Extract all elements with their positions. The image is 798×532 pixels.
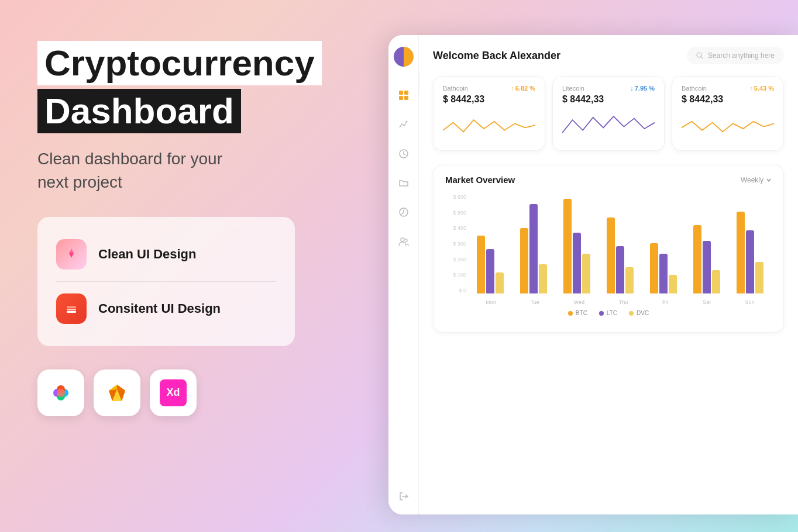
bar-group-wed (563, 199, 590, 293)
bar-ltc-thu (616, 246, 624, 293)
crypto-name-3: Bathcoin (682, 85, 707, 92)
bar-btc-thu (607, 217, 615, 293)
sidebar-icon-chart[interactable] (397, 118, 410, 131)
sidebar-icon-logout[interactable] (397, 490, 410, 503)
search-icon (696, 52, 703, 59)
sidebar-icon-history[interactable] (397, 206, 410, 219)
legend-btc: BTC (568, 310, 587, 316)
y-label-500: $ 500 (453, 210, 466, 216)
svg-point-20 (401, 238, 404, 241)
bar-dvc-fri (669, 275, 677, 293)
bar-dvc-tue (539, 264, 547, 293)
svg-rect-1 (67, 309, 76, 310)
y-label-200: $ 200 (453, 257, 466, 262)
main-content: Welcome Back Alexander Search anything h… (419, 35, 798, 514)
bar-btc-mon (477, 236, 485, 293)
crypto-change-3: ↑ 5.43 % (749, 85, 774, 92)
bar-ltc-mon (486, 249, 494, 293)
x-label-sat: Sat (703, 299, 711, 305)
left-section: Cryptocurrency Dashboard Clean dashboard… (37, 41, 342, 416)
sidebar-icon-clock[interactable] (397, 147, 410, 160)
card-header-1: Bathcoin ↑ 6.82 % (443, 85, 535, 92)
feature-clean-ui: Clean UI Design (56, 233, 276, 282)
dashboard-header: Welcome Back Alexander Search anything h… (433, 47, 784, 64)
y-label-600: $ 600 (453, 194, 466, 200)
title-block: Cryptocurrency Dashboard (37, 41, 342, 133)
sidebar-icon-folder[interactable] (397, 177, 410, 189)
tools-row: Xd (37, 369, 342, 416)
crypto-value-2: $ 8442,33 (562, 94, 655, 105)
y-axis: $ 600 $ 500 $ 400 $ 300 $ 200 $ 100 $ 0 (445, 194, 469, 293)
crypto-value-3: $ 8442,33 (682, 94, 774, 105)
svg-point-22 (697, 53, 701, 57)
sparkline-2 (562, 110, 655, 140)
sidebar-icon-users[interactable] (397, 235, 410, 248)
bar-dvc-mon (496, 272, 504, 293)
chevron-down-icon (766, 177, 772, 183)
y-label-0: $ 0 (459, 288, 466, 293)
dashboard-container: Welcome Back Alexander Search anything h… (388, 35, 798, 514)
bar-chart: $ 600 $ 500 $ 400 $ 300 $ 200 $ 100 $ 0 (445, 194, 772, 323)
legend-dot-ltc (599, 311, 604, 316)
feature-consistent-ui: Consitent UI Design (56, 288, 276, 330)
legend-dot-dvc (629, 311, 634, 316)
legend-dot-btc (568, 311, 573, 316)
bar-btc-sun (737, 212, 745, 293)
market-title: Market Overview (445, 175, 515, 185)
x-label-mon: Mon (486, 299, 496, 305)
chart-legend: BTC LTC DVC (445, 310, 772, 316)
features-card: Clean UI Design Consitent UI Design (37, 217, 295, 346)
x-label-fri: Fri (662, 299, 669, 305)
chart-area: $ 600 $ 500 $ 400 $ 300 $ 200 $ 100 $ 0 (445, 194, 772, 305)
sidebar-logo (394, 47, 414, 67)
x-label-sun: Sun (745, 299, 755, 305)
svg-rect-16 (404, 96, 408, 100)
bar-ltc-sat (703, 241, 711, 293)
sidebar-bottom-section (397, 490, 410, 503)
sidebar-icon-grid[interactable] (397, 89, 410, 102)
y-label-400: $ 400 (453, 225, 466, 231)
bar-dvc-thu (625, 267, 634, 293)
crypto-cards: Bathcoin ↑ 6.82 % $ 8442,33 Litecoin ↓ 7… (433, 76, 784, 151)
x-label-thu: Thu (619, 299, 628, 305)
bar-btc-fri (650, 243, 658, 293)
bar-dvc-sun (755, 262, 763, 293)
bar-group-mon (477, 236, 504, 293)
header-divider (419, 70, 419, 94)
sparkline-3 (682, 110, 774, 140)
svg-point-17 (405, 121, 407, 123)
crypto-change-1: ↑ 6.82 % (511, 85, 535, 92)
svg-rect-13 (399, 91, 403, 95)
bar-group-fri (650, 243, 677, 293)
title-cryptocurrency: Cryptocurrency (37, 41, 322, 85)
bar-group-sun (737, 212, 763, 293)
svg-point-7 (57, 389, 65, 397)
xd-tool: Xd (150, 369, 197, 416)
crypto-change-2: ↓ 7.95 % (630, 85, 655, 92)
legend-label-btc: BTC (576, 310, 587, 316)
x-label-wed: Wed (574, 299, 584, 305)
bar-group-tue (520, 204, 547, 293)
consistent-ui-label: Consitent UI Design (98, 301, 221, 316)
sketch-tool (94, 369, 140, 416)
svg-rect-14 (404, 91, 408, 95)
card-header-2: Litecoin ↓ 7.95 % (562, 85, 655, 92)
card-header-3: Bathcoin ↑ 5.43 % (682, 85, 774, 92)
legend-dvc: DVC (629, 310, 649, 316)
consistent-ui-icon (56, 293, 87, 324)
bar-ltc-sun (746, 230, 754, 293)
svg-rect-15 (399, 96, 403, 100)
crypto-value-1: $ 8442,33 (443, 94, 535, 105)
bar-ltc-tue (529, 204, 538, 293)
bar-group-sat (693, 225, 720, 293)
weekly-select[interactable]: Weekly (741, 176, 772, 184)
x-labels: Mon Tue Wed Thu Fri Sat Sun (469, 299, 772, 305)
y-label-300: $ 300 (453, 241, 466, 247)
search-placeholder: Search anything here (708, 51, 775, 60)
bar-ltc-wed (573, 233, 581, 293)
crypto-name-2: Litecoin (562, 85, 584, 92)
bar-group-thu (607, 217, 634, 293)
search-bar[interactable]: Search anything here (687, 47, 784, 64)
market-overview: Market Overview Weekly $ 600 $ 500 $ 400 (433, 165, 784, 333)
bars-container (469, 194, 772, 293)
